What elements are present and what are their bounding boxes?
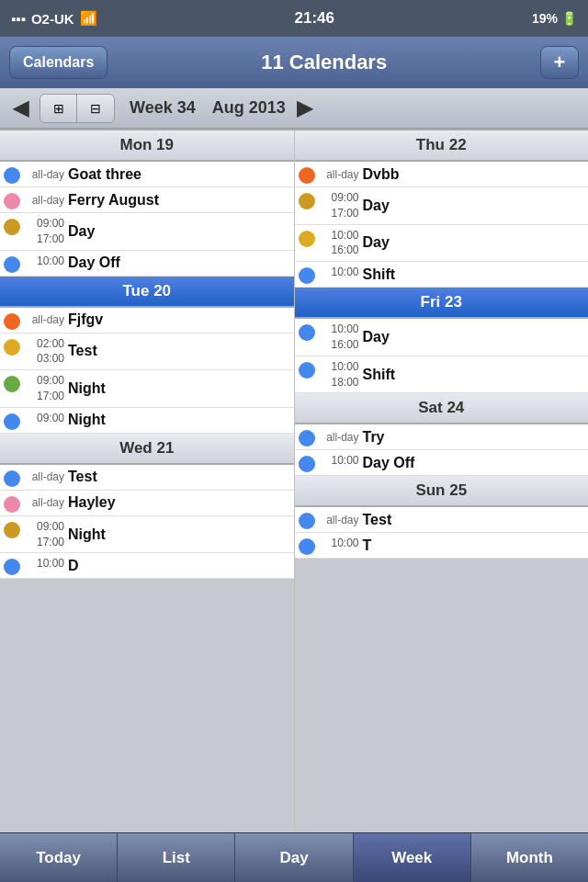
status-right: 19% 🔋 xyxy=(532,11,577,26)
fri23-header: Fri 23 xyxy=(295,288,589,319)
dot-icon xyxy=(299,538,315,555)
dot-icon xyxy=(299,513,315,529)
calendars-button[interactable]: Calendars xyxy=(9,46,107,79)
dot-icon xyxy=(4,193,20,209)
table-row: all-day Ferry August xyxy=(0,187,294,213)
dot-icon xyxy=(4,219,20,235)
night-label: Night xyxy=(68,380,106,397)
status-time: 21:46 xyxy=(295,9,334,28)
tab-today[interactable]: Today xyxy=(0,833,118,882)
nav-bar: ◀ ⊞ ⊟ Week 34 Aug 2013 ▶ xyxy=(0,88,588,129)
dot-icon xyxy=(299,430,315,447)
status-bar: ▪▪▪ O2-UK 📶 21:46 19% 🔋 xyxy=(0,0,588,37)
table-row: all-day Dvbb xyxy=(295,162,589,187)
dot-icon xyxy=(299,362,315,379)
calendar-grid: Mon 19 all-day Goat three all-day Ferry … xyxy=(0,129,588,832)
tab-bar: Today List Day Week Month xyxy=(0,832,588,882)
dot-icon xyxy=(4,522,20,538)
table-row: 02:0003:00 Test xyxy=(0,334,294,371)
table-row: 10:00 Day Off xyxy=(295,450,589,476)
table-row: 10:0018:00 Shift xyxy=(295,356,589,394)
grid-view-button[interactable]: ⊞ xyxy=(40,95,77,122)
table-row: 09:0017:00 Night xyxy=(0,370,294,408)
tab-list[interactable]: List xyxy=(118,833,235,882)
table-row: all-day Try xyxy=(295,424,589,450)
sat24-header: Sat 24 xyxy=(295,393,589,424)
dot-icon xyxy=(299,231,315,247)
table-row: 10:00 T xyxy=(295,533,589,559)
dot-icon xyxy=(4,470,20,487)
table-row: all-day Test xyxy=(0,465,294,491)
right-column: Thu 22 all-day Dvbb 09:0017:00 Day 10:00… xyxy=(295,130,589,832)
dot-icon xyxy=(299,267,315,284)
dot-icon xyxy=(4,167,20,184)
table-row: 09:0017:00 Day xyxy=(0,213,294,251)
dot-icon xyxy=(4,496,20,513)
table-row: all-day Hayley xyxy=(0,491,294,516)
week-label: Week 34 xyxy=(130,98,196,118)
wifi-icon: 📶 xyxy=(80,10,97,27)
dot-icon xyxy=(4,376,20,392)
header: Calendars 11 Calendars + xyxy=(0,37,588,88)
mon19-header: Mon 19 xyxy=(0,130,294,162)
dot-icon xyxy=(299,193,315,209)
table-row: all-day Goat three xyxy=(0,162,294,187)
dot-icon xyxy=(4,339,20,356)
dot-icon xyxy=(4,413,20,430)
table-row: 10:0016:00 Day xyxy=(295,225,589,263)
dot-icon xyxy=(299,324,315,341)
table-row: 10:00 Shift xyxy=(295,262,589,288)
next-week-button[interactable]: ▶ xyxy=(297,96,312,120)
tue20-header: Tue 20 xyxy=(0,277,294,308)
dot-icon xyxy=(4,313,20,330)
month-label: Aug 2013 xyxy=(212,98,286,118)
wed21-header: Wed 21 xyxy=(0,434,294,465)
add-calendar-button[interactable]: + xyxy=(540,46,579,79)
table-row: 09:00 Night xyxy=(0,408,294,434)
left-column: Mon 19 all-day Goat three all-day Ferry … xyxy=(0,130,295,832)
battery-label: 19% xyxy=(532,11,558,26)
dot-icon xyxy=(4,256,20,273)
header-title: 11 Calendars xyxy=(261,51,387,74)
prev-week-button[interactable]: ◀ xyxy=(9,96,32,120)
view-toggle: ⊞ ⊟ xyxy=(40,94,115,123)
status-left: ▪▪▪ O2-UK 📶 xyxy=(11,10,97,27)
table-row: 09:0017:00 Day xyxy=(295,187,589,225)
dot-icon xyxy=(299,456,315,472)
table-row: all-day Fjfgv xyxy=(0,308,294,334)
battery-icon: 🔋 xyxy=(561,11,577,26)
table-row: 10:00 D xyxy=(0,553,294,579)
dot-icon xyxy=(4,559,20,575)
table-row: 09:0017:00 Night xyxy=(0,516,294,554)
table-row: all-day Test xyxy=(295,507,589,533)
tab-week[interactable]: Week xyxy=(354,833,471,882)
sun25-header: Sun 25 xyxy=(295,476,589,507)
signal-icon: ▪▪▪ xyxy=(11,11,26,27)
tab-day[interactable]: Day xyxy=(235,833,353,882)
carrier-label: O2-UK xyxy=(31,11,74,27)
tab-month[interactable]: Month xyxy=(471,833,588,882)
list-view-button[interactable]: ⊟ xyxy=(77,95,114,122)
thu22-header: Thu 22 xyxy=(295,130,589,162)
table-row: 10:00 Day Off xyxy=(0,251,294,277)
table-row: 10:0016:00 Day xyxy=(295,319,589,356)
dot-icon xyxy=(299,167,315,184)
